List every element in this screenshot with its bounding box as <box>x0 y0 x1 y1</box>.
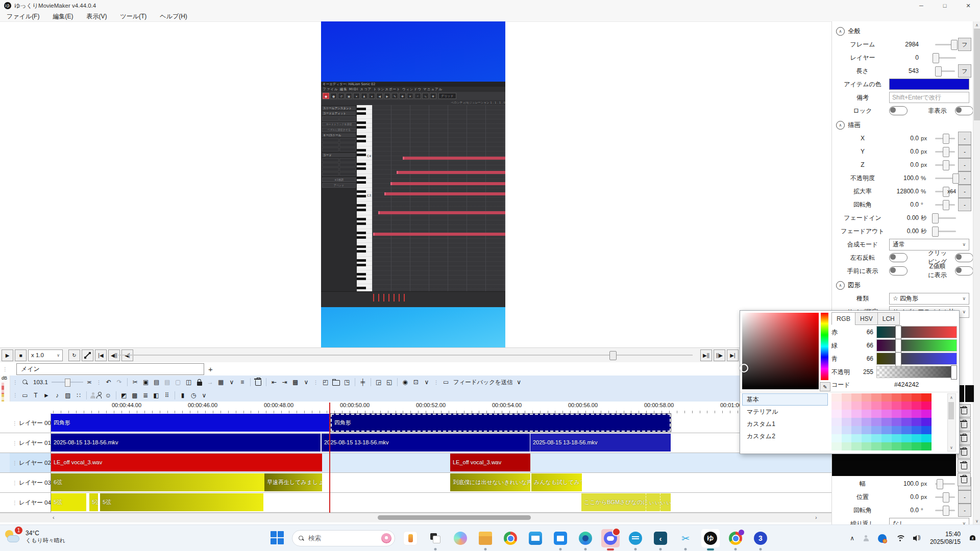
row-button-拡大率[interactable]: - <box>958 185 971 198</box>
palette-tab-基本[interactable]: 基本 <box>742 393 828 406</box>
picker-tab-HSV[interactable]: HSV <box>855 312 878 325</box>
layer-label[interactable]: ⋮レイヤー 00 <box>10 413 51 433</box>
palette-swatch[interactable] <box>912 418 922 426</box>
taskbar-edge[interactable] <box>576 529 595 547</box>
palette-swatch[interactable] <box>851 393 862 402</box>
collapse-icon[interactable]: ∧ <box>836 27 845 36</box>
timeline-clip[interactable]: 5弦 <box>100 493 263 511</box>
palette-swatch[interactable] <box>871 402 881 410</box>
dropdown-種類[interactable]: ☆ 四角形∨ <box>889 293 969 305</box>
toggle-Z値順に表示[interactable] <box>955 266 973 276</box>
menu-item-2[interactable]: 表示(V) <box>80 12 113 21</box>
effect-item-icon[interactable]: ▩ <box>130 391 139 400</box>
add-tab-button[interactable]: + <box>208 365 213 373</box>
feedback-label[interactable]: フィードバックを送信 <box>453 379 513 386</box>
palette-swatch[interactable] <box>862 393 872 402</box>
memo-input[interactable]: Shift+Enterで改行 <box>889 92 969 103</box>
close-button[interactable]: ✕ <box>957 0 980 11</box>
item-color-swatch[interactable] <box>889 79 969 90</box>
slider-位置[interactable] <box>934 492 956 502</box>
palette-swatch[interactable] <box>862 434 872 442</box>
value-位置[interactable]: 0.0 <box>889 493 919 500</box>
section-描画[interactable]: ∧描画 <box>832 118 973 132</box>
toggle-ロック[interactable] <box>889 106 908 115</box>
drag-handle[interactable]: ⋮ <box>13 392 18 398</box>
palette-swatch[interactable] <box>862 402 872 410</box>
row-button-位置[interactable]: - <box>958 490 971 504</box>
palette-swatch[interactable] <box>921 434 932 442</box>
drag-handle[interactable]: ⋮ <box>96 380 102 385</box>
palette-tab-カスタム2[interactable]: カスタム2 <box>742 430 828 442</box>
taskbar-chrome-profile[interactable] <box>726 529 745 547</box>
channel-slider[interactable] <box>876 353 957 365</box>
maximize-button[interactable]: □ <box>933 0 957 11</box>
taskbar-explorer[interactable] <box>476 529 495 547</box>
palette-swatch[interactable] <box>901 410 912 418</box>
timeline-clip[interactable]: 2025-08-15 13-18-56.mkv <box>322 434 530 452</box>
palette-swatch[interactable] <box>871 434 881 442</box>
hscroll-thumb[interactable] <box>378 515 531 520</box>
timeline-clip[interactable]: ここからBGMさびなのにぃぃぃぃ... <box>581 493 671 511</box>
taskbar-chrome[interactable] <box>501 529 520 547</box>
align-icon[interactable]: ≡ <box>238 378 247 387</box>
timeline-clip[interactable]: 四角形 <box>51 414 329 432</box>
value-フェードイン[interactable]: 0.00 <box>889 214 919 221</box>
slider-レイヤー[interactable] <box>934 53 957 63</box>
zoom-slider[interactable] <box>52 378 83 386</box>
copy-icon[interactable]: ▣ <box>141 378 151 387</box>
palette-swatch[interactable] <box>862 418 872 426</box>
row-button-長さ[interactable]: フ <box>958 64 971 78</box>
value-拡大率[interactable]: 12800.0 <box>889 188 919 195</box>
taskbar-mail[interactable] <box>526 529 545 547</box>
palette-swatch[interactable] <box>831 402 842 410</box>
paste-insert-icon[interactable]: ▤ <box>163 378 172 387</box>
palette-swatch[interactable] <box>851 418 862 426</box>
timeline-clip[interactable]: 6弦 <box>51 473 264 491</box>
dropdown-繰り返し[interactable]: なし∨ <box>889 518 969 525</box>
color-code-value[interactable]: #424242 <box>856 381 957 388</box>
sv-cursor[interactable] <box>740 364 748 372</box>
palette-swatch[interactable] <box>842 442 852 450</box>
to-end-icon[interactable]: ▶| <box>727 349 739 361</box>
value-回転角[interactable]: 0.0 <box>889 201 919 208</box>
zoom-value[interactable]: 103.1 <box>33 379 48 385</box>
value-幅[interactable]: 100.0 <box>889 480 919 487</box>
video-item-icon[interactable]: ► <box>42 391 51 400</box>
palette-swatch[interactable] <box>881 393 892 402</box>
open-project-icon[interactable] <box>332 378 341 387</box>
channel-value[interactable]: 255 <box>856 368 873 375</box>
palette-swatch[interactable] <box>851 442 862 450</box>
text-item-icon[interactable]: T <box>31 391 40 400</box>
taskbar-app-blue[interactable] <box>626 529 645 547</box>
row-button-回転角[interactable]: - <box>958 198 971 211</box>
pattern-item-icon[interactable]: ⠿ <box>162 391 172 400</box>
panel-scrollbar[interactable]: ∧ ∨ <box>973 21 980 524</box>
timeline-clip[interactable]: LE_off vocal_3.wav <box>51 454 322 471</box>
start-button[interactable] <box>271 531 284 545</box>
tray-onedrive-icon[interactable] <box>878 534 887 543</box>
slider-不透明度[interactable] <box>934 173 956 183</box>
layer-drag-handle[interactable]: ⋮ <box>12 480 17 486</box>
value-長さ[interactable]: 543 <box>889 67 919 74</box>
slider-フェードイン[interactable] <box>934 213 957 223</box>
row-button-フレーム[interactable]: フ <box>958 38 971 51</box>
palette-swatch[interactable] <box>901 418 912 426</box>
slider-フレーム[interactable] <box>934 39 956 49</box>
palette-swatch[interactable] <box>871 442 881 450</box>
timeline-clip[interactable]: LE_off vocal_3.wav <box>450 454 530 471</box>
timeline-clip[interactable]: 早速再生してみましょ <box>264 473 322 491</box>
palette-swatch[interactable] <box>881 410 892 418</box>
tray-clock[interactable]: 15:40 2025/08/15 <box>930 531 961 546</box>
row-button-X[interactable]: - <box>958 132 971 145</box>
value-Z[interactable]: 0.0 <box>889 161 919 168</box>
palette-swatch[interactable] <box>892 442 902 450</box>
palette-swatch[interactable] <box>851 426 862 434</box>
palette-swatch[interactable] <box>921 418 932 426</box>
slider-フェードアウト[interactable] <box>934 226 957 236</box>
export-file-icon[interactable]: ◱ <box>385 378 394 387</box>
value-回転角[interactable]: 0.0 <box>889 507 919 514</box>
playback-speed-select[interactable]: x 1.0∨ <box>28 349 63 361</box>
slider-拡大率[interactable]: x64 <box>934 186 956 196</box>
palette-swatch[interactable] <box>871 410 881 418</box>
palette-swatch[interactable] <box>892 402 902 410</box>
